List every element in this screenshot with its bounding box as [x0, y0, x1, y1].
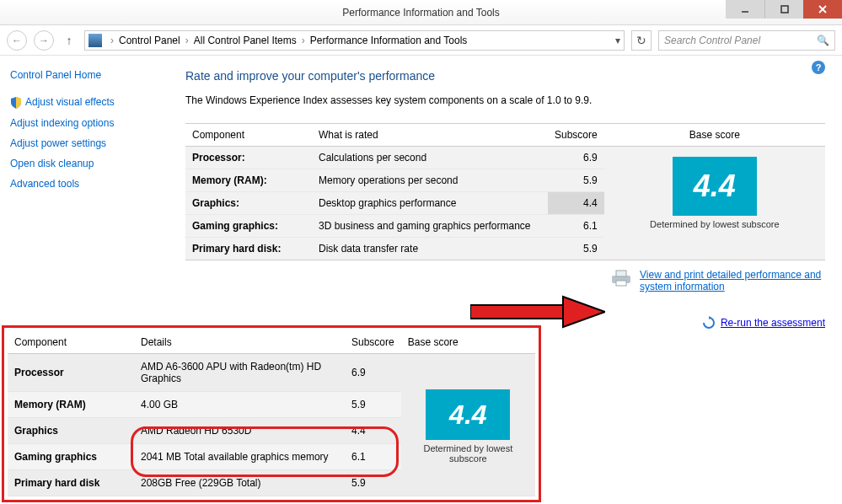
svg-rect-5	[616, 271, 626, 276]
header-rated: What is rated	[312, 124, 548, 147]
detail-details: 4.00 GB	[134, 392, 345, 418]
header-subscore: Subscore	[548, 124, 604, 147]
shield-icon	[10, 97, 22, 109]
sidebar-link-power[interactable]: Adjust power settings	[10, 137, 167, 149]
page-description: The Windows Experience Index assesses ke…	[185, 94, 825, 106]
close-button[interactable]	[803, 0, 842, 19]
detail-component: Memory (RAM)	[8, 392, 134, 418]
chevron-right-icon: ›	[298, 35, 308, 46]
detail-row: Processor AMD A6-3600 APU with Radeon(tm…	[8, 354, 535, 392]
detail-base-score-caption: Determined by lowest subscore	[408, 443, 528, 464]
cell-component: Gaming graphics:	[185, 215, 312, 238]
search-placeholder: Search Control Panel	[664, 35, 760, 46]
printer-icon	[609, 269, 633, 287]
minimize-icon	[741, 5, 749, 13]
detail-component: Processor	[8, 354, 134, 392]
detail-subscore: 6.1	[345, 444, 401, 470]
detail-component: Primary hard disk	[8, 470, 134, 496]
forward-button[interactable]: →	[34, 30, 54, 51]
breadcrumb-item[interactable]: Control Panel	[119, 35, 180, 46]
sidebar-link-indexing[interactable]: Adjust indexing options	[10, 117, 167, 129]
control-panel-home-link[interactable]: Control Panel Home	[10, 69, 167, 81]
maximize-icon	[780, 5, 789, 13]
sidebar-link-advanced-tools[interactable]: Advanced tools	[10, 178, 167, 190]
detail-basescore-cell: 4.4 Determined by lowest subscore	[401, 354, 535, 496]
window-titlebar: Performance Information and Tools	[0, 0, 842, 25]
minimize-button[interactable]	[726, 0, 764, 19]
header-basescore: Base score	[604, 124, 825, 147]
cell-subscore: 6.1	[548, 215, 604, 238]
svg-rect-1	[781, 6, 788, 13]
breadcrumb[interactable]: › Control Panel › All Control Panel Item…	[84, 30, 625, 51]
detail-header-details: Details	[134, 331, 345, 354]
window-controls	[726, 0, 842, 19]
rerun-link[interactable]: Re-run the assessment	[721, 317, 825, 329]
chevron-right-icon: ›	[182, 35, 192, 46]
chevron-right-icon: ›	[107, 35, 117, 46]
cell-subscore: 5.9	[548, 169, 604, 192]
svg-rect-6	[616, 281, 626, 286]
detail-header-subscore: Subscore	[345, 331, 401, 354]
header-component: Component	[185, 124, 312, 147]
control-panel-icon	[88, 34, 102, 47]
cell-component: Primary hard disk:	[185, 238, 312, 260]
sidebar-link-visual-effects[interactable]: Adjust visual effects	[10, 96, 167, 109]
detail-details: AMD A6-3600 APU with Radeon(tm) HD Graph…	[134, 354, 345, 392]
maximize-button[interactable]	[764, 0, 803, 19]
close-icon	[818, 4, 828, 14]
sidebar-link-disk-cleanup[interactable]: Open disk cleanup	[10, 158, 167, 169]
search-icon: 🔍	[817, 35, 829, 46]
detail-subscore: 5.9	[345, 470, 401, 496]
cell-component: Processor:	[185, 147, 312, 169]
detail-component: Graphics	[8, 418, 134, 444]
basescore-cell: 4.4 Determined by lowest subscore	[604, 147, 825, 260]
search-input[interactable]: Search Control Panel 🔍	[658, 30, 835, 51]
score-table: Component What is rated Subscore Base sc…	[185, 123, 825, 260]
svg-marker-8	[563, 297, 605, 327]
cell-subscore: 6.9	[548, 147, 604, 169]
chevron-down-icon[interactable]: ▾	[615, 35, 620, 46]
detail-subscore: 5.9	[345, 392, 401, 418]
cell-component: Memory (RAM):	[185, 169, 312, 192]
breadcrumb-item[interactable]: All Control Panel Items	[194, 35, 297, 46]
cell-rated: Desktop graphics performance	[312, 192, 548, 215]
svg-rect-7	[470, 305, 563, 319]
detail-component: Gaming graphics	[8, 444, 134, 470]
up-button[interactable]: ↑	[61, 32, 78, 49]
detail-details: 2041 MB Total available graphics memory	[134, 444, 345, 470]
table-row: Processor: Calculations per second 6.9 4…	[185, 147, 825, 169]
navigation-bar: ← → ↑ › Control Panel › All Control Pane…	[0, 25, 842, 56]
cell-subscore: 5.9	[548, 238, 604, 260]
cell-component: Graphics:	[185, 192, 312, 215]
page-heading: Rate and improve your computer's perform…	[185, 69, 825, 83]
breadcrumb-item[interactable]: Performance Information and Tools	[310, 35, 468, 46]
view-print-row: View and print detailed performance and …	[185, 269, 825, 292]
annotation-arrow-icon	[470, 295, 605, 329]
cell-rated: Disk data transfer rate	[312, 238, 548, 260]
detail-base-score-value: 4.4	[426, 389, 510, 440]
detail-table: Component Details Subscore Base score Pr…	[8, 331, 535, 496]
base-score-value: 4.4	[673, 157, 757, 216]
cell-rated: Memory operations per second	[312, 169, 548, 192]
detail-header-component: Component	[8, 331, 134, 354]
detail-details: 208GB Free (229GB Total)	[134, 470, 345, 496]
refresh-button[interactable]: ↻	[631, 30, 652, 51]
window-title: Performance Information and Tools	[342, 7, 500, 19]
cell-rated: 3D business and gaming graphics performa…	[312, 215, 548, 238]
detail-details: AMD Radeon HD 6530D	[134, 418, 345, 444]
detail-subscore: 4.4	[345, 418, 401, 444]
detail-header-basescore: Base score	[401, 331, 535, 354]
help-icon[interactable]: ?	[812, 61, 825, 74]
detail-subscore: 6.9	[345, 354, 401, 392]
refresh-icon	[702, 316, 716, 330]
back-button[interactable]: ←	[7, 30, 27, 51]
base-score-caption: Determined by lowest subscore	[611, 219, 818, 229]
cell-rated: Calculations per second	[312, 147, 548, 169]
detail-panel: Component Details Subscore Base score Pr…	[2, 325, 541, 502]
view-print-link[interactable]: View and print detailed performance and …	[640, 269, 825, 292]
cell-subscore-lowest: 4.4	[548, 192, 604, 215]
